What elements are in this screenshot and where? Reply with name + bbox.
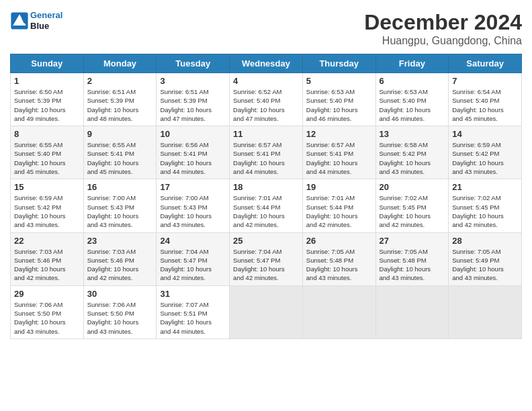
location: Huangpu, Guangdong, China [364,35,522,47]
day-number: 31 [160,289,226,299]
logo-line2: Blue [30,21,49,31]
cal-cell: 31Sunrise: 7:07 AM Sunset: 5:51 PM Dayli… [157,285,230,338]
cal-cell: 13Sunrise: 6:58 AM Sunset: 5:42 PM Dayli… [375,126,449,179]
week-row-2: 15Sunrise: 6:59 AM Sunset: 5:42 PM Dayli… [11,179,522,232]
cal-cell: 30Sunrise: 7:06 AM Sunset: 5:50 PM Dayli… [83,285,157,338]
day-number: 24 [160,236,226,246]
day-info: Sunrise: 7:00 AM Sunset: 5:43 PM Dayligh… [160,193,226,229]
day-info: Sunrise: 6:54 AM Sunset: 5:40 PM Dayligh… [452,87,518,123]
cal-cell: 22Sunrise: 7:03 AM Sunset: 5:46 PM Dayli… [11,232,84,285]
day-number: 11 [233,129,299,139]
day-info: Sunrise: 7:06 AM Sunset: 5:50 PM Dayligh… [87,300,153,336]
cal-cell: 11Sunrise: 6:57 AM Sunset: 5:41 PM Dayli… [230,126,303,179]
day-number: 16 [87,182,153,192]
header-thursday: Thursday [302,54,375,73]
day-number: 13 [380,129,445,139]
cal-cell: 1Sunrise: 6:50 AM Sunset: 5:39 PM Daylig… [11,73,84,126]
cal-cell: 16Sunrise: 7:00 AM Sunset: 5:43 PM Dayli… [83,179,157,232]
cal-cell: 7Sunrise: 6:54 AM Sunset: 5:40 PM Daylig… [449,73,522,126]
day-info: Sunrise: 6:55 AM Sunset: 5:41 PM Dayligh… [87,140,153,176]
cal-cell [302,285,375,338]
page-container: General Blue December 2024 Huangpu, Guan… [0,0,532,346]
cal-cell [230,285,303,338]
day-info: Sunrise: 7:05 AM Sunset: 5:49 PM Dayligh… [452,247,518,283]
day-number: 9 [87,129,153,139]
day-number: 5 [306,76,372,86]
day-info: Sunrise: 7:02 AM Sunset: 5:45 PM Dayligh… [380,193,445,229]
day-number: 4 [233,76,299,86]
cal-cell: 2Sunrise: 6:51 AM Sunset: 5:39 PM Daylig… [83,73,157,126]
day-info: Sunrise: 6:52 AM Sunset: 5:40 PM Dayligh… [233,87,299,123]
day-info: Sunrise: 6:55 AM Sunset: 5:40 PM Dayligh… [14,140,80,176]
cal-cell: 25Sunrise: 7:04 AM Sunset: 5:47 PM Dayli… [230,232,303,285]
cal-cell: 3Sunrise: 6:51 AM Sunset: 5:39 PM Daylig… [157,73,230,126]
logo-icon [10,11,29,30]
cal-cell: 5Sunrise: 6:53 AM Sunset: 5:40 PM Daylig… [302,73,375,126]
day-number: 23 [87,236,153,246]
day-info: Sunrise: 7:01 AM Sunset: 5:44 PM Dayligh… [233,193,299,229]
cal-cell: 6Sunrise: 6:53 AM Sunset: 5:40 PM Daylig… [375,73,449,126]
week-row-1: 8Sunrise: 6:55 AM Sunset: 5:40 PM Daylig… [11,126,522,179]
day-number: 12 [306,129,372,139]
day-info: Sunrise: 7:06 AM Sunset: 5:50 PM Dayligh… [14,300,80,336]
cal-cell: 24Sunrise: 7:04 AM Sunset: 5:47 PM Dayli… [157,232,230,285]
day-number: 20 [380,182,445,192]
header-friday: Friday [375,54,449,73]
day-info: Sunrise: 7:05 AM Sunset: 5:48 PM Dayligh… [306,247,372,283]
cal-cell: 29Sunrise: 7:06 AM Sunset: 5:50 PM Dayli… [11,285,84,338]
day-number: 29 [14,289,80,299]
day-info: Sunrise: 6:57 AM Sunset: 5:41 PM Dayligh… [306,140,372,176]
cal-cell: 20Sunrise: 7:02 AM Sunset: 5:45 PM Dayli… [375,179,449,232]
day-info: Sunrise: 7:07 AM Sunset: 5:51 PM Dayligh… [160,300,226,336]
header-monday: Monday [83,54,157,73]
header-saturday: Saturday [449,54,522,73]
day-info: Sunrise: 7:04 AM Sunset: 5:47 PM Dayligh… [160,247,226,283]
cal-cell: 28Sunrise: 7:05 AM Sunset: 5:49 PM Dayli… [449,232,522,285]
day-number: 7 [452,76,518,86]
header-wednesday: Wednesday [230,54,303,73]
day-info: Sunrise: 6:51 AM Sunset: 5:39 PM Dayligh… [87,87,153,123]
cal-cell: 23Sunrise: 7:03 AM Sunset: 5:46 PM Dayli… [83,232,157,285]
day-info: Sunrise: 6:56 AM Sunset: 5:41 PM Dayligh… [160,140,226,176]
logo: General Blue [10,10,62,31]
day-info: Sunrise: 6:53 AM Sunset: 5:40 PM Dayligh… [380,87,445,123]
day-number: 6 [380,76,445,86]
header: General Blue December 2024 Huangpu, Guan… [10,10,522,47]
day-info: Sunrise: 6:50 AM Sunset: 5:39 PM Dayligh… [14,87,80,123]
header-sunday: Sunday [11,54,84,73]
title-area: December 2024 Huangpu, Guangdong, China [364,10,522,47]
day-info: Sunrise: 7:05 AM Sunset: 5:48 PM Dayligh… [380,247,445,283]
month-title: December 2024 [364,10,522,35]
day-info: Sunrise: 7:04 AM Sunset: 5:47 PM Dayligh… [233,247,299,283]
day-info: Sunrise: 7:02 AM Sunset: 5:45 PM Dayligh… [452,193,518,229]
cal-cell: 18Sunrise: 7:01 AM Sunset: 5:44 PM Dayli… [230,179,303,232]
cal-cell: 19Sunrise: 7:01 AM Sunset: 5:44 PM Dayli… [302,179,375,232]
day-number: 21 [452,182,518,192]
day-number: 17 [160,182,226,192]
cal-cell: 14Sunrise: 6:59 AM Sunset: 5:42 PM Dayli… [449,126,522,179]
day-info: Sunrise: 7:03 AM Sunset: 5:46 PM Dayligh… [14,247,80,283]
day-number: 28 [452,236,518,246]
header-tuesday: Tuesday [157,54,230,73]
header-row: SundayMondayTuesdayWednesdayThursdayFrid… [11,54,522,73]
day-info: Sunrise: 6:59 AM Sunset: 5:42 PM Dayligh… [452,140,518,176]
cal-cell: 8Sunrise: 6:55 AM Sunset: 5:40 PM Daylig… [11,126,84,179]
day-info: Sunrise: 7:03 AM Sunset: 5:46 PM Dayligh… [87,247,153,283]
cal-cell [449,285,522,338]
day-info: Sunrise: 6:57 AM Sunset: 5:41 PM Dayligh… [233,140,299,176]
day-number: 27 [380,236,445,246]
week-row-0: 1Sunrise: 6:50 AM Sunset: 5:39 PM Daylig… [11,73,522,126]
logo-line1: General [30,10,62,20]
day-number: 30 [87,289,153,299]
cal-cell: 10Sunrise: 6:56 AM Sunset: 5:41 PM Dayli… [157,126,230,179]
day-number: 15 [14,182,80,192]
cal-cell: 9Sunrise: 6:55 AM Sunset: 5:41 PM Daylig… [83,126,157,179]
day-number: 2 [87,76,153,86]
day-number: 14 [452,129,518,139]
day-info: Sunrise: 6:58 AM Sunset: 5:42 PM Dayligh… [380,140,445,176]
cal-cell: 21Sunrise: 7:02 AM Sunset: 5:45 PM Dayli… [449,179,522,232]
day-number: 3 [160,76,226,86]
day-number: 26 [306,236,372,246]
calendar-table: SundayMondayTuesdayWednesdayThursdayFrid… [10,54,522,339]
day-number: 18 [233,182,299,192]
